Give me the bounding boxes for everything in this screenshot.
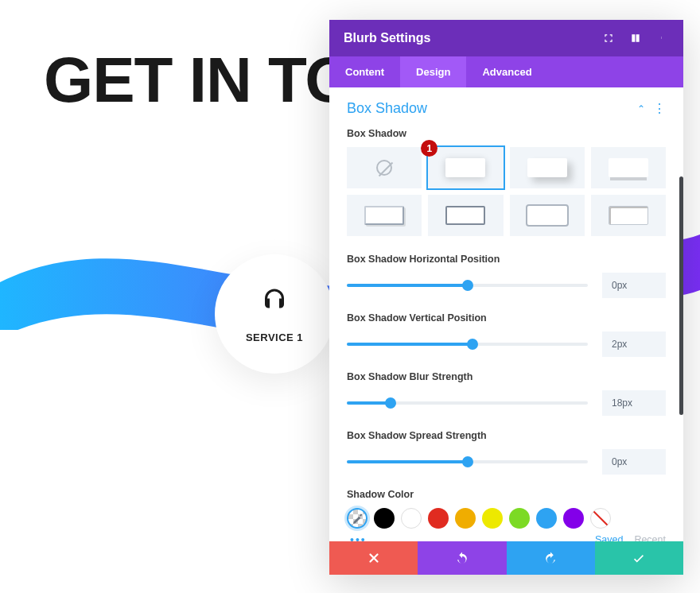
preset-3[interactable] (591, 147, 666, 188)
color-more-icon[interactable]: ••• (350, 533, 367, 541)
settings-panel: Blurb Settings Content Design Advanced B… (329, 20, 683, 575)
panel-header[interactable]: Blurb Settings (329, 20, 683, 56)
spread-value[interactable]: 0px (602, 449, 666, 475)
spread-label: Box Shadow Spread Strength (347, 430, 666, 441)
swatch-yellow[interactable] (482, 508, 503, 529)
swatch-transparent[interactable] (590, 508, 611, 529)
spread-slider[interactable] (347, 460, 588, 463)
preset-none[interactable] (347, 147, 422, 188)
section-header[interactable]: Box Shadow ⌃ ⋮ (347, 100, 666, 117)
svg-point-0 (661, 37, 662, 37)
svg-point-1 (661, 37, 662, 38)
horiz-value[interactable]: 0px (602, 273, 666, 298)
horiz-slider[interactable] (347, 284, 588, 287)
service-card[interactable]: SERVICE 1 (215, 254, 334, 374)
chevron-up-icon[interactable]: ⌃ (637, 103, 645, 114)
vert-slider[interactable] (347, 343, 588, 346)
vert-label: Box Shadow Vertical Position (347, 312, 666, 324)
callout-badge: 1 (421, 140, 438, 157)
columns-icon[interactable] (629, 32, 642, 45)
swatch-black[interactable] (374, 508, 395, 529)
blur-label: Box Shadow Blur Strength (347, 371, 666, 382)
preset-2[interactable] (510, 147, 585, 188)
tab-design[interactable]: Design (400, 56, 466, 87)
section-more-icon[interactable]: ⋮ (653, 103, 666, 115)
color-tab-recent[interactable]: Recent (634, 534, 666, 541)
swatch-orange[interactable] (455, 508, 476, 529)
section-title: Box Shadow (347, 100, 427, 117)
color-label: Shadow Color (347, 489, 666, 500)
save-button[interactable] (595, 541, 683, 575)
blur-value[interactable]: 18px (602, 390, 666, 416)
close-button[interactable] (329, 541, 418, 575)
panel-body: Box Shadow ⌃ ⋮ Box Shadow 1 Box Shadow H… (329, 87, 683, 541)
panel-footer (329, 541, 683, 575)
swatch-red[interactable] (428, 508, 449, 529)
horiz-label: Box Shadow Horizontal Position (347, 254, 666, 265)
preset-6[interactable] (510, 195, 585, 236)
scrollbar[interactable] (679, 176, 683, 415)
color-swatches (347, 508, 666, 529)
color-tab-saved[interactable]: Saved (595, 534, 623, 541)
blur-slider[interactable] (347, 401, 588, 405)
service-label: SERVICE 1 (246, 331, 303, 343)
preset-5[interactable] (428, 195, 503, 236)
tab-content[interactable]: Content (329, 56, 400, 87)
swatch-blue[interactable] (536, 508, 557, 529)
box-shadow-label: Box Shadow (347, 128, 666, 139)
tabs: Content Design Advanced (329, 56, 683, 87)
color-picker-button[interactable] (347, 508, 368, 529)
headphones-icon (260, 285, 289, 320)
vert-value[interactable]: 2px (602, 331, 666, 357)
no-icon (376, 160, 392, 176)
swatch-green[interactable] (509, 508, 530, 529)
preset-4[interactable] (347, 195, 422, 236)
preset-7[interactable] (591, 195, 666, 236)
swatch-purple[interactable] (563, 508, 584, 529)
redo-button[interactable] (507, 541, 595, 575)
swatch-white[interactable] (401, 508, 422, 529)
preset-1[interactable]: 1 (428, 147, 503, 188)
tab-advanced[interactable]: Advanced (466, 56, 547, 87)
panel-title: Blurb Settings (344, 31, 430, 45)
svg-point-2 (661, 38, 662, 39)
undo-button[interactable] (418, 541, 506, 575)
expand-icon[interactable] (602, 32, 615, 45)
more-icon[interactable] (656, 32, 669, 45)
shadow-presets: 1 (347, 147, 666, 236)
